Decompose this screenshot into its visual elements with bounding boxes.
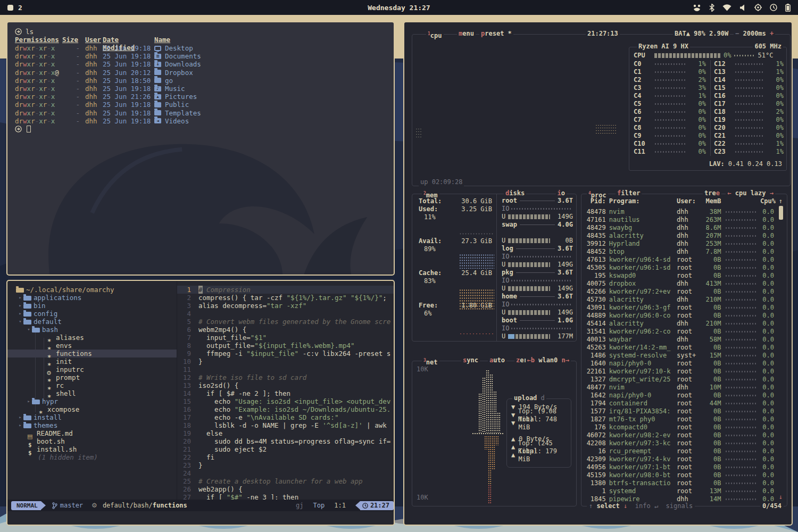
process-row[interactable]: 48452 btop dhh 7.8M 0.0 bbox=[585, 248, 774, 256]
tree-item[interactable]: README.md bbox=[7, 429, 177, 437]
chevron-icon[interactable]: ▸ bbox=[17, 413, 23, 421]
refresh-rate-control[interactable]: − 2000ms + bbox=[734, 30, 775, 38]
proc-sort-selector[interactable]: ← cpu lazy → bbox=[726, 189, 775, 197]
tree-item[interactable]: ▾ bash bbox=[7, 326, 177, 334]
process-row[interactable]: 40075 dropbox dhh 413M 0.0 bbox=[585, 280, 774, 288]
tree-item-label[interactable]: (1 hidden item) bbox=[38, 453, 98, 461]
scroll-up-indicator[interactable]: ↑ bbox=[779, 197, 783, 205]
tree-item-label[interactable]: bash bbox=[42, 326, 58, 334]
tree-item[interactable]: functions bbox=[7, 350, 177, 358]
command-line[interactable] bbox=[7, 511, 394, 525]
tree-item-label[interactable]: functions bbox=[56, 350, 92, 358]
process-row[interactable]: 1642 napi/phy0-0 root 0B 0.0 bbox=[585, 392, 774, 400]
chevron-icon[interactable]: ▾ bbox=[17, 318, 23, 326]
tree-item[interactable]: ▸ applications bbox=[7, 294, 177, 302]
tree-item[interactable]: ▸ config bbox=[7, 310, 177, 318]
process-row[interactable]: 46072 kworker/u98:2-ev root 0B 0.0 bbox=[585, 431, 774, 439]
menu-button[interactable]: menu bbox=[457, 30, 476, 38]
process-row[interactable]: 45730 alacritty dhh 210M 0.0 bbox=[585, 296, 774, 304]
tree-item[interactable]: shell bbox=[7, 389, 177, 397]
preset-button[interactable]: preset * bbox=[479, 30, 513, 38]
net-sync-toggle[interactable]: sync bbox=[461, 356, 480, 364]
tree-item-label[interactable]: shell bbox=[56, 389, 76, 397]
process-row[interactable]: 40013 waybar dhh 58M 0.0 bbox=[585, 336, 774, 344]
tree-item-label[interactable]: install.sh bbox=[37, 445, 77, 453]
process-row[interactable]: 1794 containerd root 44M 0.0 bbox=[585, 400, 774, 408]
tree-item[interactable]: xcompose bbox=[7, 405, 177, 413]
tree-item-label[interactable]: README.md bbox=[37, 429, 73, 437]
disks-title[interactable]: disks bbox=[504, 189, 526, 197]
proc-header-mem[interactable]: MemB bbox=[700, 197, 721, 205]
tree-item-label[interactable]: hypr bbox=[42, 397, 58, 405]
tree-item[interactable]: ▾ default bbox=[7, 318, 177, 326]
tree-item-label[interactable]: rc bbox=[56, 381, 64, 389]
process-row[interactable]: 48435 alacritty dhh 207M 0.0 bbox=[585, 232, 774, 240]
tree-item[interactable]: inputrc bbox=[7, 365, 177, 373]
terminal-window[interactable]: ls Permissions Size User Date Modified N… bbox=[6, 21, 395, 276]
battery-icon[interactable] bbox=[785, 4, 791, 12]
tree-item[interactable]: init bbox=[7, 358, 177, 365]
wifi-icon[interactable] bbox=[722, 4, 732, 11]
process-row[interactable]: 43091 kworker/u96:3-gf root 0B 0.0 bbox=[585, 304, 774, 312]
signals-hint[interactable]: signals bbox=[666, 502, 693, 510]
tree-item[interactable]: ▸ bin bbox=[7, 302, 177, 310]
tree-item-label[interactable]: xcompose bbox=[47, 405, 79, 413]
proc-header-user[interactable]: User: bbox=[677, 197, 700, 205]
tree-item-label[interactable]: ~/.local/share/omarchy bbox=[26, 286, 114, 294]
tree-item-label[interactable]: boot.sh bbox=[37, 437, 65, 445]
process-row[interactable]: 48429 swaybg dhh 8.6M 0.0 bbox=[585, 224, 774, 232]
capture-icon[interactable] bbox=[754, 4, 762, 11]
tree-item[interactable]: install.sh bbox=[7, 445, 177, 453]
chevron-icon[interactable]: ▸ bbox=[17, 294, 23, 302]
process-row[interactable]: 1640 napi/phy0-0 root 0B 0.0 bbox=[585, 360, 774, 368]
neovim-window[interactable]: ~/.local/share/omarchy ▸ applications ▸ … bbox=[6, 280, 395, 526]
process-row[interactable]: 1 systemd root 13M 0.0 bbox=[585, 487, 774, 495]
process-row[interactable]: 176 kcompactd0 root 0B 0.0 bbox=[585, 423, 774, 431]
net-auto-toggle[interactable]: auto bbox=[488, 356, 506, 364]
process-row[interactable]: 1327 dmcrypt_write/25 root 0B 0.0 bbox=[585, 376, 774, 384]
tree-item[interactable]: boot.sh bbox=[7, 437, 177, 445]
process-row[interactable]: 31541 kworker/u96:2-co root 0B 0.0 bbox=[585, 328, 774, 336]
process-row[interactable]: 1486 systemd-resolve syst+ 15M 0.0 bbox=[585, 352, 774, 360]
tree-item-label[interactable]: default bbox=[34, 318, 62, 326]
tree-item-label[interactable]: bin bbox=[34, 302, 46, 310]
idle-clock-icon[interactable] bbox=[770, 4, 777, 11]
tree-item-label[interactable]: prompt bbox=[56, 373, 80, 381]
tree-item[interactable]: rc bbox=[7, 381, 177, 389]
process-row[interactable]: 1577 irq/81-PIXA3854: root 0B 0.0 bbox=[585, 408, 774, 415]
proc-header-pid[interactable]: Pid: bbox=[585, 197, 609, 205]
net-interface-switcher[interactable]: ←b wlan0 n→ bbox=[526, 356, 571, 364]
process-row[interactable]: 48478 nvim dhh 38M 0.0 bbox=[585, 208, 774, 216]
scrollbar-thumb[interactable] bbox=[779, 206, 783, 220]
process-row[interactable]: 22161 kworker/u97:10-k root 0B 0.0 bbox=[585, 368, 774, 376]
process-row[interactable]: 45414 alacritty dhh 210M 0.0 bbox=[585, 320, 774, 328]
tree-item-label[interactable]: inputrc bbox=[56, 365, 84, 373]
select-hint[interactable]: select bbox=[596, 502, 619, 510]
tree-item-label[interactable]: init bbox=[56, 358, 72, 365]
tree-item-label[interactable]: envs bbox=[56, 342, 72, 350]
process-row[interactable]: 45266 kworker/u97:2+ev root 0B 0.0 bbox=[585, 288, 774, 296]
tree-item-label[interactable]: config bbox=[34, 310, 57, 318]
process-row[interactable]: 42208 kworker/u97:3-kc root 0B 0.0 bbox=[585, 439, 774, 447]
code-editor[interactable]: 1 # Compression 2 compress() { tar -czf … bbox=[177, 281, 394, 500]
tree-item[interactable]: ~/.local/share/omarchy bbox=[7, 286, 177, 294]
process-row[interactable]: 45263 kworker/14:2-mm_ root 0B 0.0 bbox=[585, 344, 774, 352]
tree-item-label[interactable]: aliases bbox=[56, 334, 84, 342]
tree-item[interactable]: ▸ install bbox=[7, 413, 177, 421]
process-row[interactable]: 48477 nvim dhh 10M 0.0 bbox=[585, 384, 774, 392]
bluetooth-icon[interactable] bbox=[709, 4, 714, 12]
chevron-icon[interactable]: ▸ bbox=[26, 397, 32, 405]
scroll-down-indicator[interactable]: ↓ bbox=[779, 493, 783, 501]
tree-item[interactable]: prompt bbox=[7, 373, 177, 381]
chevron-icon[interactable]: ▸ bbox=[17, 310, 23, 318]
process-row[interactable]: 45305 kworker/u96:1-sd root 0B 0.0 bbox=[585, 264, 774, 272]
process-row[interactable]: 44889 kworker/u96:0-co root 0B 0.0 bbox=[585, 312, 774, 320]
tree-item[interactable]: aliases bbox=[7, 334, 177, 342]
terminal-cursor[interactable] bbox=[27, 126, 31, 132]
process-row[interactable]: 1380 btrfs-transactio root 0B 0.0 bbox=[585, 479, 774, 487]
tree-item[interactable]: envs bbox=[7, 342, 177, 350]
tree-item[interactable]: (1 hidden item) bbox=[7, 453, 177, 461]
chevron-icon[interactable]: ▸ bbox=[17, 302, 23, 310]
updates-icon[interactable] bbox=[693, 4, 701, 11]
process-row[interactable]: 42309 kworker/u97:4-kv root 0B 0.0 bbox=[585, 455, 774, 463]
